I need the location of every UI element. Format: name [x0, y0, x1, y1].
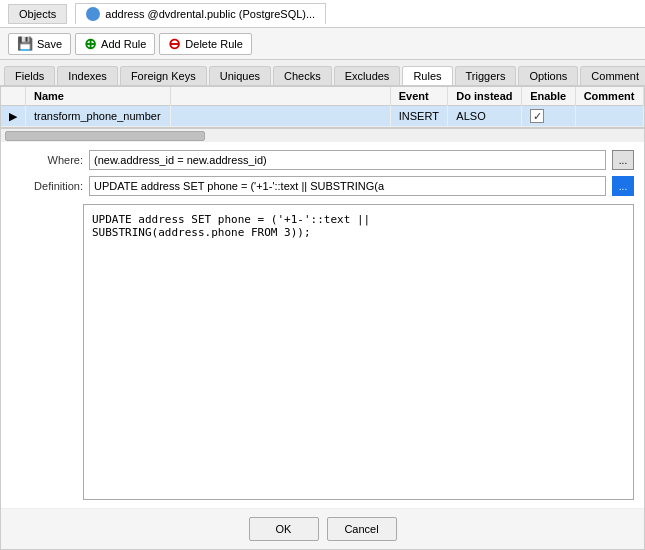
cell-spacer: [170, 106, 390, 127]
horizontal-scrollbar[interactable]: [1, 128, 644, 142]
tab-triggers[interactable]: Triggers: [455, 66, 517, 85]
tab-address-title[interactable]: address @dvdrental.public (PostgreSQL)..…: [75, 3, 326, 24]
ok-button[interactable]: OK: [249, 517, 319, 541]
col-arrow-header: [1, 87, 26, 106]
tab-excludes[interactable]: Excludes: [334, 66, 401, 85]
col-comment-header: Comment: [575, 87, 643, 106]
col-do-instead-header: Do instead: [448, 87, 522, 106]
row-selector: ▶: [1, 106, 26, 127]
scroll-thumb[interactable]: [5, 131, 205, 141]
form-area: Where: ... Definition: ...: [1, 142, 644, 204]
cell-comment: [575, 106, 643, 127]
db-icon: [86, 7, 100, 21]
enable-checkbox[interactable]: [530, 109, 544, 123]
save-button[interactable]: 💾 Save: [8, 33, 71, 55]
col-enable-header: Enable: [522, 87, 576, 106]
tab-strip: Fields Indexes Foreign Keys Uniques Chec…: [0, 60, 645, 86]
definition-row: Definition: ...: [11, 176, 634, 196]
title-bar: Objects address @dvdrental.public (Postg…: [0, 0, 645, 28]
definition-dots-button[interactable]: ...: [612, 176, 634, 196]
where-dots-button[interactable]: ...: [612, 150, 634, 170]
tab-options[interactable]: Options: [518, 66, 578, 85]
where-row: Where: ...: [11, 150, 634, 170]
main-content: Name Event Do instead Enable Comment ▶ t…: [0, 86, 645, 550]
where-label: Where:: [11, 154, 83, 166]
table-row[interactable]: ▶ transform_phone_number INSERT ALSO: [1, 106, 644, 127]
toolbar: 💾 Save ⊕ Add Rule ⊖ Delete Rule: [0, 28, 645, 60]
tab-foreign-keys[interactable]: Foreign Keys: [120, 66, 207, 85]
cell-event: INSERT: [390, 106, 448, 127]
add-icon: ⊕: [84, 36, 97, 51]
cell-enable: [522, 106, 576, 127]
delete-icon: ⊖: [168, 36, 181, 51]
tab-checks[interactable]: Checks: [273, 66, 332, 85]
col-name-header: Name: [26, 87, 171, 106]
where-input[interactable]: [89, 150, 606, 170]
rules-table: Name Event Do instead Enable Comment ▶ t…: [1, 87, 644, 127]
save-icon: 💾: [17, 36, 33, 51]
tab-objects-title[interactable]: Objects: [8, 4, 67, 24]
add-rule-button[interactable]: ⊕ Add Rule: [75, 33, 155, 55]
definition-label: Definition:: [11, 180, 83, 192]
cell-name: transform_phone_number: [26, 106, 171, 127]
cell-do-instead: ALSO: [448, 106, 522, 127]
delete-rule-button[interactable]: ⊖ Delete Rule: [159, 33, 251, 55]
cancel-button[interactable]: Cancel: [327, 517, 397, 541]
definition-code: UPDATE address SET phone = ('+1-'::text …: [92, 213, 370, 239]
tab-rules[interactable]: Rules: [402, 66, 452, 86]
definition-input[interactable]: [89, 176, 606, 196]
tab-indexes[interactable]: Indexes: [57, 66, 118, 85]
dialog-buttons: OK Cancel: [1, 508, 644, 549]
definition-popup[interactable]: UPDATE address SET phone = ('+1-'::text …: [83, 204, 634, 500]
tab-uniques[interactable]: Uniques: [209, 66, 271, 85]
tab-fields[interactable]: Fields: [4, 66, 55, 85]
col-spacer: [170, 87, 390, 106]
col-event-header: Event: [390, 87, 448, 106]
tab-comment[interactable]: Comment: [580, 66, 645, 85]
